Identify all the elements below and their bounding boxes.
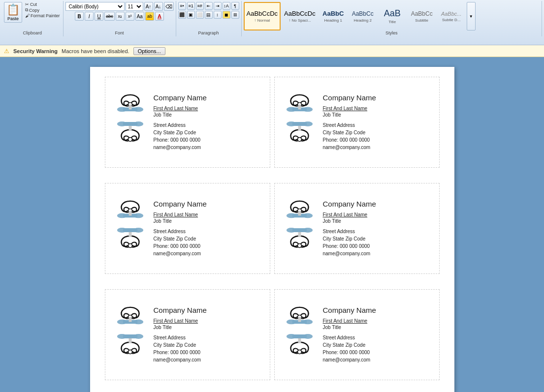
- italic-button[interactable]: I: [85, 12, 94, 21]
- style-subtitle[interactable]: AaBbCc Subtitle: [408, 2, 436, 30]
- business-card[interactable]: Company Name First And Last Name Job Tit…: [274, 183, 440, 274]
- styles-label: Styles: [242, 30, 542, 35]
- svg-point-35: [298, 243, 302, 247]
- clear-format-button[interactable]: ⌫: [164, 2, 174, 11]
- font-size-select[interactable]: 11: [126, 2, 143, 11]
- align-left-button[interactable]: ⬛: [178, 11, 186, 19]
- card-logo: [283, 90, 317, 154]
- svg-rect-59: [298, 338, 301, 343]
- card-address: Street Address City State Zip Code Phone…: [154, 334, 207, 363]
- shading-button[interactable]: ◼: [223, 11, 230, 19]
- styles-more-button[interactable]: ▼: [467, 2, 476, 30]
- card-content: Company Name First And Last Name Job Tit…: [154, 200, 207, 257]
- align-right-button[interactable]: ⬜: [196, 11, 204, 19]
- card-content: Company Name First And Last Name Job Tit…: [323, 93, 376, 151]
- justify-button[interactable]: ▤: [205, 11, 213, 19]
- paste-button[interactable]: 📋 Paste: [4, 2, 22, 23]
- card-job-title: Job Title: [323, 112, 376, 118]
- card-content: Company Name First And Last Name Job Tit…: [323, 306, 376, 363]
- styles-group: AaBbCcDc ↑ Normal AaBbCcDc ↑ No Spaci...…: [242, 1, 542, 36]
- show-formatting-button[interactable]: ¶: [231, 2, 239, 10]
- multilevel-button[interactable]: ≡#: [196, 2, 204, 10]
- card-company-name: Company Name: [323, 200, 376, 208]
- shrink-font-button[interactable]: A↓: [154, 2, 163, 11]
- font-family-select[interactable]: Calibri (Body): [65, 2, 125, 11]
- card-person-name: First And Last Name: [154, 106, 207, 111]
- card-job-title: Job Title: [323, 218, 376, 224]
- sort-button[interactable]: ↕A: [223, 2, 230, 10]
- format-painter-button[interactable]: 🖌Format Painter: [24, 13, 61, 18]
- cut-button[interactable]: ✂Cut: [24, 2, 61, 7]
- subscript-button[interactable]: x₂: [116, 12, 125, 21]
- svg-point-15: [298, 137, 302, 141]
- card-address: Street Address City State Zip Code Phone…: [154, 121, 207, 151]
- svg-rect-8: [123, 122, 138, 126]
- card-company-name: Company Name: [154, 200, 207, 208]
- svg-rect-18: [292, 122, 307, 126]
- svg-point-45: [128, 350, 132, 354]
- svg-rect-39: [298, 232, 301, 237]
- grow-font-button[interactable]: A↑: [144, 2, 153, 11]
- svg-rect-34: [298, 211, 301, 215]
- security-bar: ⚠ Security Warning Macros have been disa…: [0, 45, 544, 57]
- card-job-title: Job Title: [154, 218, 207, 224]
- card-address: Street Address City State Zip Code Phone…: [323, 228, 376, 257]
- card-company-name: Company Name: [154, 306, 207, 314]
- business-card[interactable]: Company Name First And Last Name Job Tit…: [274, 77, 440, 168]
- style-heading2[interactable]: AaBbCc Heading 2: [349, 2, 377, 30]
- svg-point-5: [128, 137, 132, 141]
- document-area: Company Name First And Last Name Job Tit…: [0, 57, 544, 392]
- line-spacing-button[interactable]: ↕: [214, 11, 222, 19]
- font-color-button[interactable]: A: [155, 12, 164, 21]
- increase-indent-button[interactable]: ⇥: [214, 2, 222, 10]
- svg-rect-28: [123, 228, 138, 232]
- card-job-title: Job Title: [154, 325, 207, 330]
- svg-rect-54: [298, 317, 301, 322]
- align-center-button[interactable]: ▣: [187, 11, 195, 19]
- card-logo: [283, 303, 317, 367]
- card-logo: [283, 197, 317, 261]
- svg-rect-44: [129, 317, 132, 322]
- security-message: Macros have been disabled.: [62, 48, 129, 54]
- decrease-indent-button[interactable]: ⇤: [205, 2, 213, 10]
- card-content: Company Name First And Last Name Job Tit…: [323, 200, 376, 257]
- business-card[interactable]: Company Name First And Last Name Job Tit…: [105, 183, 270, 274]
- underline-button[interactable]: U: [95, 12, 103, 21]
- svg-rect-48: [123, 334, 138, 338]
- paragraph-label: Paragraph: [176, 30, 241, 35]
- numbering-button[interactable]: ≡1: [187, 2, 195, 10]
- superscript-button[interactable]: x²: [126, 12, 134, 21]
- copy-button[interactable]: ⧉Copy: [24, 7, 61, 13]
- options-button[interactable]: Options...: [133, 47, 165, 55]
- card-person-name: First And Last Name: [323, 106, 376, 111]
- card-company-name: Company Name: [323, 306, 376, 314]
- business-card[interactable]: Company Name First And Last Name Job Tit…: [105, 289, 270, 380]
- card-person-name: First And Last Name: [323, 318, 376, 324]
- svg-rect-4: [129, 104, 132, 109]
- page: Company Name First And Last Name Job Tit…: [90, 67, 454, 392]
- borders-button[interactable]: ⊞: [231, 11, 239, 19]
- card-person-name: First And Last Name: [154, 318, 207, 324]
- business-card[interactable]: Company Name First And Last Name Job Tit…: [274, 289, 440, 380]
- bullets-button[interactable]: ≡•: [178, 2, 186, 10]
- ribbon: 📋 Paste ✂Cut ⧉Copy 🖌Format Painter: [0, 0, 544, 45]
- svg-rect-9: [129, 125, 132, 130]
- business-card[interactable]: Company Name First And Last Name Job Tit…: [105, 77, 270, 168]
- style-normal[interactable]: AaBbCcDc ↑ Normal: [244, 2, 281, 30]
- style-subtle-d[interactable]: AaBbc... Subtle D...: [437, 2, 466, 30]
- business-cards-grid: Company Name First And Last Name Job Tit…: [105, 77, 440, 392]
- svg-rect-19: [298, 125, 301, 130]
- svg-rect-58: [292, 334, 307, 338]
- change-case-button[interactable]: Aa: [135, 12, 144, 21]
- highlight-button[interactable]: ab: [145, 12, 154, 21]
- card-person-name: First And Last Name: [323, 212, 376, 217]
- strikethrough-button[interactable]: abc: [104, 12, 115, 21]
- card-job-title: Job Title: [323, 325, 376, 330]
- svg-rect-29: [129, 232, 132, 237]
- style-no-spacing[interactable]: AaBbCcDc ↑ No Spaci...: [282, 2, 318, 30]
- card-content: Company Name First And Last Name Job Tit…: [154, 93, 207, 151]
- style-heading1[interactable]: AaBbC Heading 1: [319, 2, 348, 30]
- card-company-name: Company Name: [154, 93, 207, 102]
- style-title[interactable]: AaB Title: [378, 2, 407, 30]
- bold-button[interactable]: B: [75, 12, 84, 21]
